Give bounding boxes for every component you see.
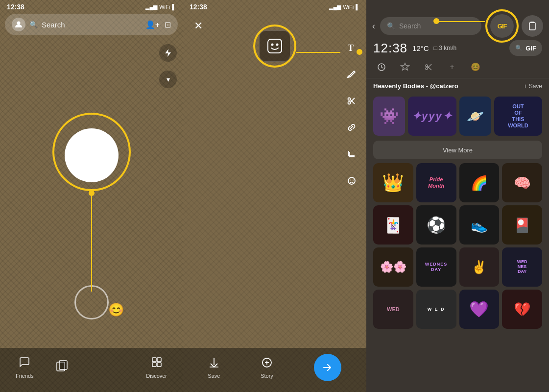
temp-widget: 12°C <box>412 44 429 52</box>
featured-header: Heavenly Bodies - @catzero + Save <box>373 82 542 90</box>
svg-rect-5 <box>157 358 161 362</box>
camera-search-bar[interactable]: 🔍 Search 👤+ ⊡ <box>5 14 178 35</box>
sticker-item[interactable]: 🌈 <box>459 163 500 202</box>
sticker-item[interactable]: 👟 <box>459 205 500 245</box>
editor-close-button[interactable]: ✕ <box>190 17 207 35</box>
editor-status-icons: ▂▄▆ WiFi ▌ <box>329 4 359 10</box>
svg-point-9 <box>271 44 273 46</box>
sticker-item[interactable]: ⚽ <box>416 205 456 245</box>
signal-icon: ▂▄▆ <box>145 4 157 10</box>
clipboard-button[interactable] <box>522 15 543 37</box>
gif-search-bar: ‹ 🔍 Search GIF <box>366 14 549 38</box>
flash-icon[interactable] <box>159 44 177 62</box>
story-icon <box>261 357 273 371</box>
editor-panel: 12:38 ▂▄▆ WiFi ▌ ✕ <box>183 0 366 392</box>
sticker-item[interactable]: 🎴 <box>502 205 542 245</box>
discover-label: Discover <box>146 373 167 379</box>
sticker-item[interactable]: 🌸🌸 <box>373 247 413 287</box>
svg-rect-4 <box>152 358 156 362</box>
sticker-item[interactable]: W E D <box>416 290 456 329</box>
text-tool-button[interactable]: T <box>343 39 360 57</box>
send-to-button[interactable] <box>314 354 341 381</box>
sticker-item[interactable]: WEDNESDAY <box>502 247 542 287</box>
sticker-item[interactable]: 🧠 <box>502 163 542 202</box>
sticker-item[interactable]: 🪐 <box>459 97 491 136</box>
search-icon: 🔍 <box>29 21 38 28</box>
sticker-item[interactable]: PrideMonth <box>416 163 456 202</box>
draw-tool-button[interactable] <box>343 66 360 83</box>
sticker-button[interactable] <box>259 30 290 62</box>
gif-search-pill[interactable]: 🔍 GIF <box>509 40 542 56</box>
sticker-item[interactable]: 👾 <box>373 97 405 136</box>
sticker-item[interactable]: WEDNESDAY <box>416 247 456 287</box>
camera-panel: 12:38 ▂▄▆ WiFi ▌ 🔍 Search 👤+ ⊡ <box>0 0 183 392</box>
gif-tab-recent[interactable] <box>373 59 390 75</box>
svg-point-13 <box>348 102 351 104</box>
chevron-down-icon[interactable]: ▾ <box>159 71 177 88</box>
editor-bottom-bar: Save Story <box>183 348 366 392</box>
gif-tab-scissors[interactable] <box>420 59 437 75</box>
gif-widget-bar: 12:38 12°C □.3 km/h 🔍 GIF <box>366 38 549 56</box>
scissors-tool-button[interactable] <box>343 92 360 110</box>
featured-title: Heavenly Bodies - @catzero <box>373 82 458 90</box>
gif-sticker-container <box>259 30 290 62</box>
editor-time: 12:38 <box>190 3 207 11</box>
editor-wifi: WiFi <box>343 4 354 10</box>
svg-rect-6 <box>152 363 156 367</box>
sticker-item[interactable]: 🃏 <box>373 205 413 245</box>
gif-tab-emoji[interactable]: 😊 <box>467 59 484 75</box>
emoji-face-icon[interactable]: 😊 <box>106 300 126 319</box>
view-more-button[interactable]: View More <box>373 141 542 159</box>
svg-line-28 <box>428 64 431 68</box>
svg-point-18 <box>353 180 354 181</box>
camera-right-tools: ▾ <box>159 44 177 88</box>
wifi-icon: WiFi <box>159 4 170 10</box>
gif-badge-text: GIF <box>498 23 507 30</box>
gif-panel: ‹ 🔍 Search GIF <box>366 0 549 392</box>
sticker-row-3: 🃏 ⚽ 👟 🎴 <box>366 205 549 245</box>
gif-back-button[interactable]: ‹ <box>372 21 375 31</box>
discover-tab[interactable]: Discover <box>146 356 167 379</box>
add-friend-icon[interactable]: 👤+ <box>145 20 160 29</box>
story-button[interactable]: Story <box>261 357 273 379</box>
sticker-row-5: WED W E D 💜 💔 <box>366 290 549 329</box>
sticker-item[interactable]: WED <box>373 290 413 329</box>
gif-tab-favorites[interactable] <box>397 59 413 75</box>
story-label: Story <box>261 373 273 379</box>
sticker-item[interactable]: OUTOFTHISWORLD <box>494 97 542 136</box>
view-more-label: View More <box>443 147 473 154</box>
save-button[interactable]: Save <box>208 357 220 379</box>
gif-button-container: GIF <box>490 14 514 38</box>
snap-icon[interactable]: ⊡ <box>165 20 171 29</box>
gif-panel-button[interactable]: GIF <box>490 14 514 38</box>
svg-rect-8 <box>268 39 282 53</box>
timer-tool-button[interactable] <box>343 172 360 189</box>
gif-tabs: ＋ 😊 <box>366 56 549 78</box>
gif-pill-search-icon: 🔍 <box>515 45 523 51</box>
sticker-item[interactable]: 💔 <box>502 290 542 329</box>
featured-section: Heavenly Bodies - @catzero + Save <box>366 78 549 97</box>
svg-point-25 <box>426 65 428 67</box>
editor-status-bar: 12:38 ▂▄▆ WiFi ▌ <box>183 0 366 14</box>
link-tool-button[interactable] <box>343 119 360 136</box>
sticker-row-4: 🌸🌸 WEDNESDAY ✌ WEDNESDAY <box>366 247 549 287</box>
friends-tab[interactable]: Friends <box>16 356 34 379</box>
gif-tab-add[interactable]: ＋ <box>444 59 460 75</box>
svg-rect-3 <box>59 361 67 369</box>
friends-label: Friends <box>16 373 34 379</box>
camera-shutter-spacer <box>90 350 124 385</box>
svg-point-12 <box>348 98 351 100</box>
sticker-item[interactable]: ✌ <box>459 247 500 287</box>
sticker-item[interactable]: ✦yyy✦ <box>408 97 456 136</box>
sticker-item[interactable]: 💜 <box>459 290 500 329</box>
crop-tool-button[interactable] <box>343 145 360 163</box>
svg-marker-1 <box>165 49 171 57</box>
user-avatar[interactable] <box>12 18 25 31</box>
save-link[interactable]: + Save <box>524 83 542 90</box>
memories-tab[interactable] <box>55 359 69 376</box>
gif-search-input[interactable]: 🔍 Search <box>380 17 481 35</box>
camera-top-actions: 👤+ ⊡ <box>145 20 171 29</box>
discover-icon <box>151 356 163 371</box>
save-label: Save <box>208 373 220 379</box>
sticker-item[interactable]: 👑 <box>373 163 413 202</box>
